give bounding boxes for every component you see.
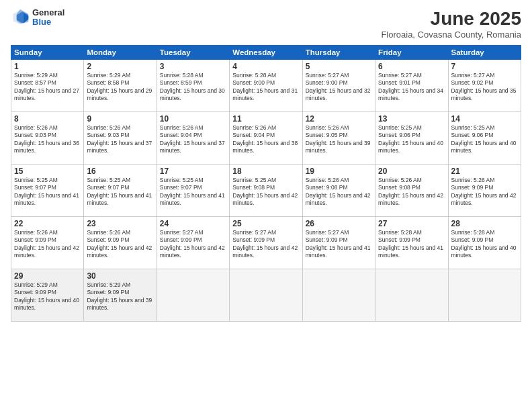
header-row: SundayMondayTuesdayWednesdayThursdayFrid…	[11, 46, 521, 60]
day-info: Sunrise: 5:27 AMSunset: 9:09 PMDaylight:…	[306, 229, 372, 260]
day-info: Sunrise: 5:28 AMSunset: 8:59 PMDaylight:…	[160, 72, 226, 103]
day-info: Sunrise: 5:29 AMSunset: 9:09 PMDaylight:…	[14, 281, 81, 312]
day-info: Sunrise: 5:26 AMSunset: 9:09 PMDaylight:…	[451, 177, 518, 208]
calendar-title: June 2025	[381, 8, 521, 30]
day-cell: 8Sunrise: 5:26 AMSunset: 9:03 PMDaylight…	[11, 112, 84, 165]
day-number: 9	[87, 114, 153, 124]
day-cell: 25Sunrise: 5:27 AMSunset: 9:09 PMDayligh…	[230, 217, 302, 269]
day-number: 12	[306, 114, 372, 124]
day-number: 1	[14, 62, 81, 71]
day-number: 7	[451, 62, 518, 71]
day-number: 14	[451, 114, 518, 124]
day-cell: 9Sunrise: 5:26 AMSunset: 9:03 PMDaylight…	[84, 112, 157, 165]
day-number: 22	[14, 219, 81, 228]
day-cell: 21Sunrise: 5:26 AMSunset: 9:09 PMDayligh…	[448, 165, 521, 217]
day-cell: 29Sunrise: 5:29 AMSunset: 9:09 PMDayligh…	[11, 269, 84, 322]
logo-general: General	[32, 8, 64, 17]
day-number: 27	[378, 219, 445, 228]
day-number: 15	[14, 167, 81, 176]
day-number: 26	[306, 219, 372, 228]
logo-blue: Blue	[32, 17, 64, 27]
day-cell	[375, 269, 448, 322]
week-row-4: 22Sunrise: 5:26 AMSunset: 9:09 PMDayligh…	[11, 217, 521, 269]
day-cell: 17Sunrise: 5:25 AMSunset: 9:07 PMDayligh…	[157, 165, 229, 217]
day-number: 13	[378, 114, 445, 124]
day-cell: 6Sunrise: 5:27 AMSunset: 9:01 PMDaylight…	[375, 60, 448, 112]
calendar-table: SundayMondayTuesdayWednesdayThursdayFrid…	[11, 45, 521, 322]
col-header-monday: Monday	[84, 46, 157, 60]
day-info: Sunrise: 5:27 AMSunset: 9:09 PMDaylight:…	[232, 229, 299, 260]
day-info: Sunrise: 5:29 AMSunset: 8:58 PMDaylight:…	[87, 72, 153, 103]
day-info: Sunrise: 5:29 AMSunset: 9:09 PMDaylight:…	[87, 281, 153, 312]
col-header-sunday: Sunday	[11, 46, 84, 60]
logo-text: General Blue	[32, 8, 64, 28]
day-number: 19	[306, 167, 372, 176]
day-number: 21	[451, 167, 518, 176]
day-cell: 22Sunrise: 5:26 AMSunset: 9:09 PMDayligh…	[11, 217, 84, 269]
day-number: 17	[160, 167, 226, 176]
col-header-tuesday: Tuesday	[157, 46, 229, 60]
day-info: Sunrise: 5:28 AMSunset: 9:09 PMDaylight:…	[378, 229, 445, 260]
week-row-5: 29Sunrise: 5:29 AMSunset: 9:09 PMDayligh…	[11, 269, 521, 322]
day-info: Sunrise: 5:26 AMSunset: 9:08 PMDaylight:…	[306, 177, 372, 208]
col-header-friday: Friday	[375, 46, 448, 60]
day-number: 29	[14, 271, 81, 281]
day-info: Sunrise: 5:27 AMSunset: 9:02 PMDaylight:…	[451, 72, 518, 103]
day-number: 18	[232, 167, 299, 176]
day-cell: 2Sunrise: 5:29 AMSunset: 8:58 PMDaylight…	[84, 60, 157, 112]
day-info: Sunrise: 5:28 AMSunset: 9:00 PMDaylight:…	[232, 72, 299, 103]
day-number: 28	[451, 219, 518, 228]
day-info: Sunrise: 5:27 AMSunset: 9:09 PMDaylight:…	[160, 229, 226, 260]
logo-icon	[11, 8, 30, 27]
day-info: Sunrise: 5:26 AMSunset: 9:09 PMDaylight:…	[87, 229, 153, 260]
day-info: Sunrise: 5:25 AMSunset: 9:08 PMDaylight:…	[232, 177, 299, 208]
day-cell: 15Sunrise: 5:25 AMSunset: 9:07 PMDayligh…	[11, 165, 84, 217]
day-cell: 24Sunrise: 5:27 AMSunset: 9:09 PMDayligh…	[157, 217, 229, 269]
day-cell: 30Sunrise: 5:29 AMSunset: 9:09 PMDayligh…	[84, 269, 157, 322]
day-cell: 23Sunrise: 5:26 AMSunset: 9:09 PMDayligh…	[84, 217, 157, 269]
day-cell: 13Sunrise: 5:25 AMSunset: 9:06 PMDayligh…	[375, 112, 448, 165]
col-header-wednesday: Wednesday	[230, 46, 302, 60]
week-row-3: 15Sunrise: 5:25 AMSunset: 9:07 PMDayligh…	[11, 165, 521, 217]
day-cell	[230, 269, 302, 322]
day-cell: 12Sunrise: 5:26 AMSunset: 9:05 PMDayligh…	[302, 112, 375, 165]
day-number: 6	[378, 62, 445, 71]
day-cell: 16Sunrise: 5:25 AMSunset: 9:07 PMDayligh…	[84, 165, 157, 217]
day-cell: 5Sunrise: 5:27 AMSunset: 9:00 PMDaylight…	[302, 60, 375, 112]
day-cell: 26Sunrise: 5:27 AMSunset: 9:09 PMDayligh…	[302, 217, 375, 269]
day-info: Sunrise: 5:28 AMSunset: 9:09 PMDaylight:…	[451, 229, 518, 260]
logo: General Blue	[11, 8, 64, 28]
title-block: June 2025 Floroaia, Covasna County, Roma…	[381, 8, 521, 40]
day-number: 20	[378, 167, 445, 176]
day-number: 10	[160, 114, 226, 124]
day-info: Sunrise: 5:27 AMSunset: 9:00 PMDaylight:…	[306, 72, 372, 103]
calendar-subtitle: Floroaia, Covasna County, Romania	[381, 30, 521, 40]
day-cell: 11Sunrise: 5:26 AMSunset: 9:04 PMDayligh…	[230, 112, 302, 165]
day-info: Sunrise: 5:25 AMSunset: 9:07 PMDaylight:…	[87, 177, 153, 208]
week-row-1: 1Sunrise: 5:29 AMSunset: 8:57 PMDaylight…	[11, 60, 521, 112]
day-info: Sunrise: 5:26 AMSunset: 9:08 PMDaylight:…	[378, 177, 445, 208]
day-cell: 4Sunrise: 5:28 AMSunset: 9:00 PMDaylight…	[230, 60, 302, 112]
calendar-page: General Blue June 2025 Floroaia, Covasna…	[0, 0, 532, 411]
day-info: Sunrise: 5:25 AMSunset: 9:06 PMDaylight:…	[451, 124, 518, 155]
day-cell: 3Sunrise: 5:28 AMSunset: 8:59 PMDaylight…	[157, 60, 229, 112]
day-number: 8	[14, 114, 81, 124]
day-number: 2	[87, 62, 153, 71]
day-info: Sunrise: 5:29 AMSunset: 8:57 PMDaylight:…	[14, 72, 81, 103]
day-cell: 19Sunrise: 5:26 AMSunset: 9:08 PMDayligh…	[302, 165, 375, 217]
day-cell	[157, 269, 229, 322]
day-number: 30	[87, 271, 153, 281]
day-info: Sunrise: 5:27 AMSunset: 9:01 PMDaylight:…	[378, 72, 445, 103]
day-number: 23	[87, 219, 153, 228]
day-info: Sunrise: 5:26 AMSunset: 9:05 PMDaylight:…	[306, 124, 372, 155]
day-info: Sunrise: 5:25 AMSunset: 9:06 PMDaylight:…	[378, 124, 445, 155]
day-number: 3	[160, 62, 226, 71]
day-cell: 14Sunrise: 5:25 AMSunset: 9:06 PMDayligh…	[448, 112, 521, 165]
day-number: 25	[232, 219, 299, 228]
day-info: Sunrise: 5:26 AMSunset: 9:03 PMDaylight:…	[14, 124, 81, 155]
col-header-saturday: Saturday	[448, 46, 521, 60]
day-info: Sunrise: 5:25 AMSunset: 9:07 PMDaylight:…	[14, 177, 81, 208]
day-number: 11	[232, 114, 299, 124]
day-info: Sunrise: 5:26 AMSunset: 9:03 PMDaylight:…	[87, 124, 153, 155]
day-cell: 20Sunrise: 5:26 AMSunset: 9:08 PMDayligh…	[375, 165, 448, 217]
